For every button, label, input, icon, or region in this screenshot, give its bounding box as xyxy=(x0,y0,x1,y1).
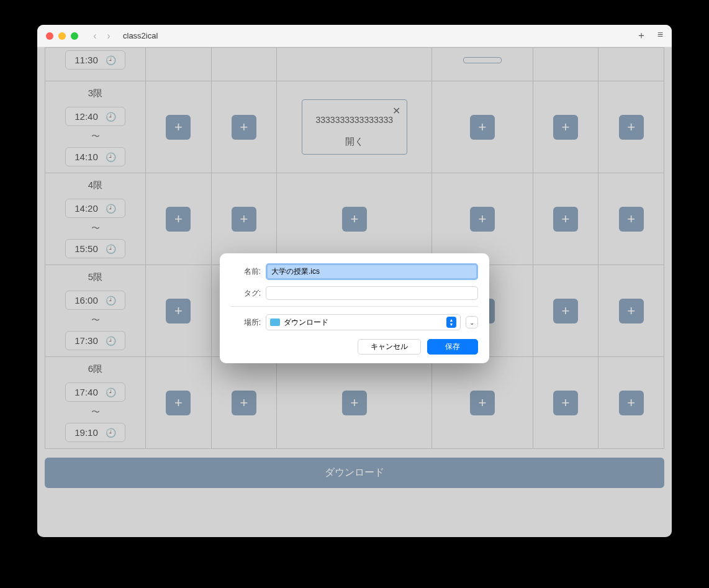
back-button[interactable]: ‹ xyxy=(89,30,101,42)
filename-input[interactable]: 大学の授業.ics xyxy=(266,263,478,280)
expand-locations-button[interactable]: ⌄ xyxy=(466,316,478,328)
location-label: 場所: xyxy=(231,317,261,328)
new-button[interactable]: ＋ xyxy=(636,29,646,42)
tags-input[interactable] xyxy=(266,286,478,300)
tag-label: タグ: xyxy=(231,288,261,299)
name-label: 名前: xyxy=(231,266,261,277)
cancel-button[interactable]: キャンセル xyxy=(358,339,421,355)
select-chevrons-icon: ▲▼ xyxy=(446,317,456,328)
app-window: ‹ › class2ical ＋ ≡ 11:30 🕘 xyxy=(37,25,672,537)
content: 11:30 🕘 3限 12 xyxy=(37,47,672,537)
window-title: class2ical xyxy=(123,31,158,40)
close-window-button[interactable] xyxy=(46,32,53,40)
zoom-window-button[interactable] xyxy=(71,32,78,40)
location-value: ダウンロード xyxy=(284,317,443,328)
titlebar: ‹ › class2ical ＋ ≡ xyxy=(37,25,672,47)
minimize-window-button[interactable] xyxy=(58,32,66,40)
save-dialog: 名前: 大学の授業.ics タグ: 場所: ダウンロード ▲▼ ⌄ キャンセル … xyxy=(220,253,489,363)
save-button[interactable]: 保存 xyxy=(427,339,478,355)
divider xyxy=(231,306,478,307)
nav-buttons: ‹ › xyxy=(89,30,114,42)
menu-button[interactable]: ≡ xyxy=(657,29,663,42)
forward-button[interactable]: › xyxy=(103,30,114,42)
location-select[interactable]: ダウンロード ▲▼ xyxy=(266,314,461,330)
traffic-lights xyxy=(46,32,78,40)
folder-icon xyxy=(270,319,280,326)
